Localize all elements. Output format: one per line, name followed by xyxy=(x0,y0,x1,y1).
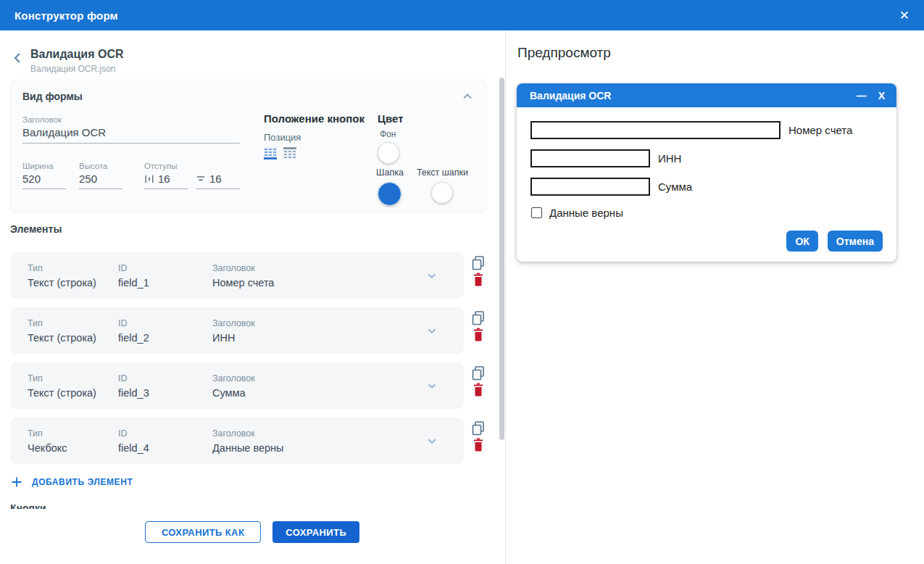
width-input[interactable]: 520 xyxy=(22,173,66,189)
copy-element-icon[interactable] xyxy=(471,365,486,381)
type-column-label: Тип xyxy=(28,318,118,328)
element-row-actions xyxy=(471,255,488,289)
amount-input[interactable] xyxy=(530,178,650,196)
save-as-button[interactable]: СОХРАНИТЬ КАК xyxy=(145,521,261,543)
buttons-bottom-icon[interactable] xyxy=(264,147,277,159)
dialog-close-icon[interactable]: X xyxy=(878,91,885,101)
element-row[interactable]: ТипТекст (строка) IDfield_2 ЗаголовокИНН xyxy=(10,307,464,354)
type-column-label: Тип xyxy=(28,373,118,383)
app-header: Конструктор форм ✕ xyxy=(0,0,924,30)
width-field[interactable]: Ширина 520 xyxy=(22,162,66,189)
padding-label: Отступы xyxy=(144,162,240,170)
element-row-actions xyxy=(471,420,488,454)
height-field[interactable]: Высота 250 xyxy=(79,162,122,189)
cancel-button[interactable]: Отмена xyxy=(828,231,883,252)
padding-horizontal-icon xyxy=(144,174,154,184)
copy-element-icon[interactable] xyxy=(471,310,486,326)
plus-icon xyxy=(12,477,22,487)
close-icon[interactable]: ✕ xyxy=(899,9,910,22)
caption-label: Заголовок xyxy=(22,115,240,124)
caption-input[interactable]: Валидация OCR xyxy=(22,126,240,144)
width-label: Ширина xyxy=(22,162,66,170)
add-element-label: ДОБАВИТЬ ЭЛЕМЕНТ xyxy=(32,477,133,487)
data-valid-label: Данные верны xyxy=(549,207,623,219)
element-title-cell: Заголовок Номер счета xyxy=(212,263,423,289)
account-number-input[interactable] xyxy=(530,121,781,139)
buttons-position-title: Положение кнопок xyxy=(264,112,365,125)
minimize-icon[interactable]: — xyxy=(857,91,867,101)
header-color-label: Шапка xyxy=(376,167,404,178)
expand-element-icon[interactable] xyxy=(424,378,440,394)
element-row[interactable]: ТипЧекбокс IDfield_4 ЗаголовокДанные вер… xyxy=(10,418,464,464)
element-type-value: Текст (строка) xyxy=(28,277,118,289)
form-title-block: Валидация OCR Валидация OCR.json xyxy=(30,48,124,74)
position-label: Позиция xyxy=(264,132,365,143)
element-title-value: Данные верны xyxy=(212,442,423,454)
delete-element-icon[interactable] xyxy=(471,272,486,288)
padding-field: Отступы 16 16 xyxy=(144,162,240,189)
add-element-button[interactable]: ДОБАВИТЬ ЭЛЕМЕНТ xyxy=(12,477,133,487)
buttons-section-title: Кнопки xyxy=(10,502,46,509)
preview-field-row: Номер счета xyxy=(530,121,852,139)
delete-element-icon[interactable] xyxy=(471,327,486,343)
delete-element-icon[interactable] xyxy=(471,382,486,398)
back-icon[interactable] xyxy=(9,49,26,67)
element-row-actions xyxy=(471,365,488,399)
header-text-color-swatch[interactable] xyxy=(431,182,453,204)
element-id-cell: ID field_1 xyxy=(118,263,212,289)
form-view-card: Вид формы Заголовок Валидация OCR Ширина… xyxy=(10,80,487,213)
buttons-top-icon[interactable] xyxy=(283,147,296,159)
form-filename: Валидация OCR.json xyxy=(30,64,124,74)
padding-horizontal-input[interactable]: 16 xyxy=(144,173,188,189)
form-title: Валидация OCR xyxy=(30,48,124,61)
element-id-value: field_1 xyxy=(118,277,212,289)
data-valid-checkbox[interactable] xyxy=(531,207,542,218)
element-title-value: ИНН xyxy=(212,332,423,344)
copy-element-icon[interactable] xyxy=(471,255,486,271)
title-column-label: Заголовок xyxy=(212,373,423,383)
header-color-swatch[interactable] xyxy=(378,182,401,206)
expand-element-icon[interactable] xyxy=(424,268,440,283)
padding-horizontal-value: 16 xyxy=(158,173,170,185)
id-column-label: ID xyxy=(118,263,212,273)
element-title-value: Сумма xyxy=(212,387,423,399)
element-row[interactable]: Тип Текст (строка) ID field_1 Заголовок … xyxy=(10,252,464,299)
preview-dialog-titlebar: Валидация OCR — X xyxy=(517,83,896,107)
type-column-label: Тип xyxy=(28,428,118,439)
element-row[interactable]: ТипТекст (строка) IDfield_3 ЗаголовокСум… xyxy=(10,362,464,409)
header-colors: Шапка Текст шапки xyxy=(376,167,468,206)
preview-checkbox-row: Данные верны xyxy=(531,207,623,219)
expand-element-icon[interactable] xyxy=(424,433,440,449)
editor-footer: СОХРАНИТЬ КАК СОХРАНИТЬ xyxy=(0,509,504,564)
padding-vertical-input[interactable]: 16 xyxy=(196,173,240,189)
background-color-label: Фон xyxy=(380,129,403,139)
title-column-label: Заголовок xyxy=(212,318,423,328)
preview-dialog-buttons: ОК Отмена xyxy=(786,231,883,252)
expand-element-icon[interactable] xyxy=(424,323,440,339)
element-title-value: Номер счета xyxy=(212,277,423,289)
background-color-swatch[interactable] xyxy=(378,142,399,164)
ok-button[interactable]: ОК xyxy=(786,231,817,252)
preview-field-row: Сумма xyxy=(530,178,692,196)
form-caption-field[interactable]: Заголовок Валидация OCR xyxy=(22,115,240,144)
save-button[interactable]: СОХРАНИТЬ xyxy=(272,521,359,543)
id-column-label: ID xyxy=(118,373,212,383)
inn-input[interactable] xyxy=(530,149,650,167)
form-view-title: Вид формы xyxy=(22,91,83,102)
form-header-row: Валидация OCR Валидация OCR.json xyxy=(9,48,124,74)
delete-element-icon[interactable] xyxy=(471,437,486,453)
height-input[interactable]: 250 xyxy=(79,173,122,189)
id-column-label: ID xyxy=(118,318,212,328)
element-id-value: field_3 xyxy=(118,387,212,399)
copy-element-icon[interactable] xyxy=(471,420,486,436)
scrollbar-thumb[interactable] xyxy=(499,78,504,440)
padding-vertical-value: 16 xyxy=(209,173,222,185)
buttons-position-block: Положение кнопок Позиция xyxy=(264,112,365,159)
collapse-icon[interactable] xyxy=(460,89,475,104)
element-row-actions xyxy=(471,310,488,344)
main-body: Валидация OCR Валидация OCR.json Вид фор… xyxy=(0,30,924,564)
amount-label: Сумма xyxy=(658,181,692,193)
account-number-label: Номер счета xyxy=(788,124,852,136)
header-color-field: Шапка xyxy=(376,167,404,206)
color-title: Цвет xyxy=(378,112,403,125)
